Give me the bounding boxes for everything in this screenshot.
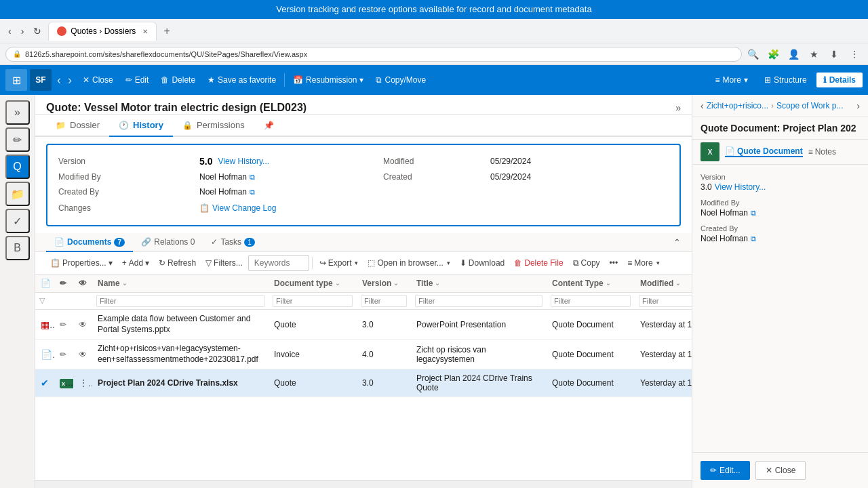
open-browser-button[interactable]: ⬚ Open in browser...	[363, 256, 454, 270]
row1-preview-icon[interactable]: 👁	[73, 316, 92, 333]
refresh-button[interactable]: ↻ Refresh	[155, 256, 200, 270]
address-bar[interactable]: 🔒 8126z5.sharepoint.com/sites/shareflexd…	[5, 47, 742, 62]
browser-tab[interactable]: Quotes › Dossiers ✕	[48, 22, 157, 41]
row1-preview-btn[interactable]: 👁	[79, 320, 87, 329]
sub-tab-relations[interactable]: 🔗 Relations 0	[133, 233, 203, 252]
sidebar-b-icon[interactable]: B	[5, 236, 30, 260]
copy-button[interactable]: ⧉ Copy	[569, 256, 604, 270]
details-button[interactable]: ℹ Details	[816, 73, 863, 87]
new-tab-button[interactable]: +	[161, 25, 172, 37]
settings-btn[interactable]: ⋮	[846, 46, 863, 62]
panel-breadcrumb-left[interactable]: Zicht+op+risico...	[707, 101, 768, 110]
sidebar-check-icon[interactable]: ✓	[5, 209, 30, 233]
tab-dossier[interactable]: 📁 Dossier	[46, 115, 109, 137]
more-button[interactable]: ≡ More ▾	[709, 73, 755, 87]
forward-button[interactable]: ›	[18, 24, 27, 38]
expand-button[interactable]: »	[675, 102, 681, 113]
filter-name-input[interactable]	[96, 295, 264, 307]
filter-doc-type-input[interactable]	[273, 295, 353, 307]
app-forward-button[interactable]: ›	[65, 70, 75, 90]
delete-button[interactable]: 🗑 Delete	[155, 73, 201, 87]
panel-forward-button[interactable]: ›	[856, 100, 860, 111]
panel-tab-notes[interactable]: ≡ Notes	[808, 147, 836, 157]
filter-doc-type-cell[interactable]	[269, 293, 357, 309]
row2-edit-btn[interactable]: ✏	[60, 350, 66, 359]
col-title[interactable]: Title ⌄	[411, 274, 547, 292]
panel-back-button[interactable]: ‹	[701, 100, 704, 111]
add-button[interactable]: + Add ▾	[118, 256, 153, 270]
edit-button[interactable]: ✏ Edit	[120, 73, 155, 87]
structure-button[interactable]: ⊞ Structure	[757, 73, 814, 87]
row3-more-btn[interactable]: ⋮	[79, 378, 92, 388]
sidebar-collapse-button[interactable]: »	[5, 100, 30, 125]
tab-history[interactable]: 🕐 History	[109, 115, 173, 137]
panel-view-history-link[interactable]: View History...	[715, 182, 766, 192]
filter-modified-cell[interactable]	[635, 293, 692, 309]
export-button[interactable]: ↪ Export	[315, 256, 363, 270]
extensions-btn[interactable]: 🧩	[765, 46, 781, 62]
xlsx-tab-icon[interactable]: X	[701, 142, 719, 161]
copy-created-by-icon[interactable]: ⧉	[250, 188, 255, 197]
panel-edit-button[interactable]: ✏ Edit...	[701, 461, 750, 480]
tab-pin[interactable]: 📌	[254, 115, 283, 137]
sub-tab-tasks[interactable]: ✓ Tasks 1	[203, 233, 263, 252]
table-row[interactable]: 📄 ✏ 👁 Zicht+op+risicos+van+legacysysteme…	[35, 340, 692, 369]
download-button[interactable]: ⬇ Download	[456, 256, 509, 270]
row2-edit-icon[interactable]: ✏	[54, 346, 73, 363]
copy-move-button[interactable]: ⧉ Copy/Move	[370, 73, 431, 87]
search-browser-btn[interactable]: 🔍	[745, 46, 761, 62]
filter-version-input[interactable]	[361, 295, 407, 307]
filters-button[interactable]: ▽ Filters...	[201, 256, 247, 270]
panel-breadcrumb-right[interactable]: Scope of Work p...	[776, 101, 844, 110]
view-change-log-button[interactable]: 📋 View Change Log	[199, 203, 277, 213]
col-version[interactable]: Version ⌄	[357, 274, 411, 292]
row1-edit-icon[interactable]: ✏	[54, 316, 73, 333]
tab-permissions[interactable]: 🔒 Permissions	[173, 115, 254, 137]
refresh-browser-button[interactable]: ↻	[31, 24, 44, 38]
app-grid-button[interactable]: ⊞	[5, 69, 27, 91]
favorites-btn[interactable]: ★	[806, 46, 822, 62]
filter-modified-input[interactable]	[639, 295, 692, 307]
filter-version-cell[interactable]	[357, 293, 411, 309]
tab-close-button[interactable]: ✕	[142, 28, 148, 35]
save-favorite-button[interactable]: ★ Save as favorite	[202, 73, 281, 87]
filter-title-input[interactable]	[415, 295, 542, 307]
filter-content-type-cell[interactable]	[547, 293, 635, 309]
keywords-input[interactable]	[248, 255, 309, 271]
sidebar-edit-icon[interactable]: ✏	[5, 127, 30, 152]
panel-copy-created-icon[interactable]: ⧉	[751, 235, 756, 243]
row1-edit-btn[interactable]: ✏	[60, 320, 66, 329]
row2-preview-icon[interactable]: 👁	[73, 346, 92, 363]
table-row-selected[interactable]: ✔ xlsx ⋮ Project Plan 2024 CDrive Trains…	[35, 369, 692, 397]
doc-more-label-button[interactable]: ≡ More	[623, 256, 663, 270]
sidebar-q-icon[interactable]: Q	[5, 155, 30, 179]
account-btn[interactable]: 👤	[785, 46, 802, 62]
col-modified[interactable]: Modified ⌄	[635, 274, 692, 292]
downloads-btn[interactable]: ⬇	[826, 46, 842, 62]
delete-file-button[interactable]: 🗑 Delete File	[510, 256, 567, 270]
col-doc-type[interactable]: Document type ⌄	[269, 274, 357, 292]
resubmission-button[interactable]: 📅 Resubmission ▾	[288, 73, 369, 87]
col-content-type[interactable]: Content Type ⌄	[547, 274, 635, 292]
doc-more-button[interactable]: •••	[606, 256, 623, 270]
horizontal-scrollbar[interactable]	[35, 480, 692, 488]
table-row[interactable]: ▦ ✏ 👁 Example data flow between Customer…	[35, 310, 692, 340]
back-button[interactable]: ‹	[5, 24, 14, 38]
sub-tab-documents[interactable]: 📄 Documents 7	[46, 233, 133, 252]
close-button[interactable]: ✕ Close	[77, 73, 119, 87]
panel-tab-quote-doc[interactable]: 📄 Quote Document	[725, 146, 803, 157]
row3-more-icon[interactable]: ⋮	[73, 373, 92, 392]
filter-name-cell[interactable]	[92, 293, 269, 309]
app-back-button[interactable]: ‹	[54, 70, 64, 90]
filter-title-cell[interactable]	[411, 293, 547, 309]
view-history-link[interactable]: View History...	[218, 157, 269, 166]
subtabs-collapse-button[interactable]: ⌃	[673, 237, 681, 247]
panel-close-button[interactable]: ✕ Close	[755, 461, 806, 480]
col-name[interactable]: Name ⌄	[92, 274, 269, 292]
copy-modified-by-icon[interactable]: ⧉	[250, 173, 255, 182]
properties-button[interactable]: 📋 Properties... ▾	[46, 256, 117, 270]
panel-copy-modified-icon[interactable]: ⧉	[751, 209, 756, 218]
sidebar-folder-icon[interactable]: 📁	[5, 182, 30, 206]
filter-content-type-input[interactable]	[551, 295, 631, 307]
row2-preview-btn[interactable]: 👁	[79, 350, 87, 359]
